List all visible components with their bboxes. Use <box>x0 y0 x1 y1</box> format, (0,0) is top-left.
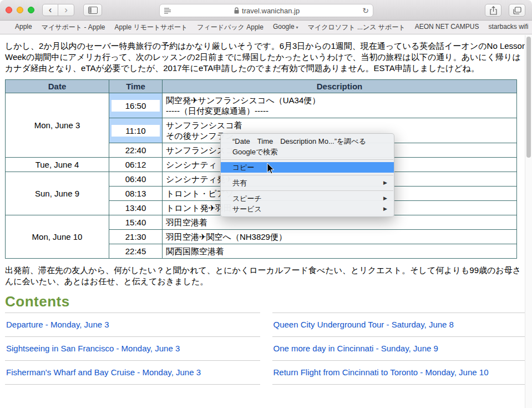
sidebar-icon <box>88 7 98 14</box>
menu-separator <box>221 159 393 160</box>
outro-paragraph: 出発前、滞在先の友人から、何がしたい？と聞かれて、とにかくローカルフード食べたい… <box>5 265 527 287</box>
bookmark-item[interactable]: Apple <box>15 23 32 32</box>
toc-right-column: Queen City Underground Tour - Saturday, … <box>272 313 528 385</box>
safari-window: ‹ › travel.wanichan.jp ↻ Appleマイサポート - A… <box>0 0 532 408</box>
forward-button[interactable]: › <box>58 4 74 16</box>
time-value: 11:10 <box>112 125 160 137</box>
contents-heading: Contents <box>5 296 527 307</box>
intro-paragraph: しかし、2か月以内のセーバー特典旅行の予約はかなり厳しいそうです。6月3日からの… <box>5 41 527 74</box>
time-cell: 16:50 <box>109 93 163 118</box>
bookmark-item[interactable]: Apple リモートサポート <box>114 23 188 32</box>
date-cell: Tue, June 4 <box>6 158 109 172</box>
tab-overview-button[interactable] <box>509 4 525 17</box>
toc-link[interactable]: Queen City Underground Tour - Saturday, … <box>272 313 528 337</box>
lock-icon <box>234 7 239 14</box>
submenu-arrow-icon: ▶ <box>383 193 387 204</box>
url-text: travel.wanichan.jp <box>242 7 300 15</box>
menu-item[interactable]: Googleで検索 <box>221 147 394 157</box>
refresh-icon[interactable]: ↻ <box>362 6 369 15</box>
bookmark-item[interactable]: starbacks wifi <box>488 23 528 32</box>
table-of-contents: Departure - Monday, June 3Sightseeing in… <box>5 313 527 385</box>
context-menu: “Date Time Description Mo...”を調べるGoogleで… <box>220 133 394 217</box>
toc-link[interactable]: Sightseeing in San Francisco - Monday, J… <box>5 337 260 361</box>
scrollbar-thumb[interactable] <box>526 37 531 158</box>
description-cell: 関空発✈サンフランシスコへ（UA34便）-----（日付変更線通過）----- <box>163 93 517 118</box>
bookmark-item[interactable]: Google▾ <box>273 23 298 32</box>
time-cell: 22:45 <box>109 244 163 259</box>
menu-separator <box>221 190 393 191</box>
date-cell: Sun, June 9 <box>6 172 109 215</box>
bookmarks-bar: Appleマイサポート - AppleApple リモートサポートフィードバック… <box>0 21 532 34</box>
bookmark-item[interactable]: フィードバック Apple <box>197 23 264 32</box>
window-controls <box>6 7 34 13</box>
bookmark-items: Appleマイサポート - AppleApple リモートサポートフィードバック… <box>15 23 529 32</box>
menu-item-label: スピーチ <box>232 193 262 204</box>
reader-icon[interactable] <box>164 7 171 14</box>
column-header: Description <box>163 80 517 93</box>
time-cell: 13:40 <box>109 201 163 215</box>
vertical-scrollbar[interactable] <box>525 35 532 408</box>
tabs-icon <box>513 7 521 14</box>
bookmark-item[interactable]: マイサポート - Apple <box>42 23 105 32</box>
minimize-window-button[interactable] <box>17 7 23 13</box>
share-icon <box>490 6 497 15</box>
menu-item[interactable]: コピー <box>221 162 394 173</box>
zoom-window-button[interactable] <box>28 7 34 13</box>
address-bar[interactable]: travel.wanichan.jp ↻ <box>159 4 373 17</box>
menu-item-label: 共有 <box>232 178 247 188</box>
sidebar-toggle-button[interactable] <box>83 4 102 16</box>
description-cell: 羽田空港着 <box>163 215 517 230</box>
column-header: Date <box>6 80 109 93</box>
time-cell: 06:40 <box>109 172 163 187</box>
page-content: しかし、2か月以内のセーバー特典旅行の予約はかなり厳しいそうです。6月3日からの… <box>0 35 532 408</box>
toc-left-column: Departure - Monday, June 3Sightseeing in… <box>5 313 260 385</box>
toc-link[interactable]: Fisherman's Wharf and Bay Cruise - Monda… <box>5 361 260 385</box>
toc-link[interactable]: One more day in Cincinnati - Sunday, Jun… <box>272 337 528 361</box>
time-cell: 06:12 <box>109 158 163 172</box>
title-bar: ‹ › travel.wanichan.jp ↻ <box>0 0 532 21</box>
itinerary-row: Mon, June 1015:40羽田空港着 <box>6 215 517 230</box>
menu-item[interactable]: スピーチ▶ <box>221 193 394 204</box>
submenu-arrow-icon: ▶ <box>383 178 387 188</box>
mouse-cursor <box>267 163 275 174</box>
bookmark-item[interactable]: マイクロソフト ...ンス サポート <box>308 23 406 32</box>
menu-item-label: コピー <box>232 162 255 173</box>
navigation-buttons: ‹ › <box>42 4 74 16</box>
toc-link[interactable]: Departure - Monday, June 3 <box>5 313 260 337</box>
menu-separator <box>221 175 393 175</box>
time-cell: 15:40 <box>109 215 163 230</box>
table-header-row: DateTimeDescription <box>6 80 517 93</box>
date-cell: Mon, June 10 <box>6 215 109 259</box>
bookmark-item[interactable]: AEON NET CAMPUS <box>415 23 479 32</box>
share-button[interactable] <box>485 4 501 17</box>
close-window-button[interactable] <box>6 7 12 13</box>
menu-item[interactable]: サービス▶ <box>221 204 394 214</box>
chevron-down-icon: ▾ <box>296 25 298 30</box>
back-button[interactable]: ‹ <box>42 4 58 16</box>
description-cell: 関西国際空港着 <box>163 244 517 259</box>
time-value: 16:50 <box>112 100 160 112</box>
time-cell: 21:30 <box>109 230 163 244</box>
time-cell: 22:40 <box>109 143 163 158</box>
menu-item-label: Googleで検索 <box>232 147 277 157</box>
menu-item[interactable]: “Date Time Description Mo...”を調べる <box>221 136 394 147</box>
toolbar-right <box>485 4 525 17</box>
menu-item-label: “Date Time Description Mo...”を調べる <box>232 136 366 147</box>
description-cell: 羽田空港✈関空へ（NH3829便） <box>163 230 517 244</box>
date-cell: Mon, June 3 <box>6 93 109 158</box>
submenu-arrow-icon: ▶ <box>383 204 387 214</box>
menu-item-label: サービス <box>232 204 262 214</box>
column-header: Time <box>109 80 163 93</box>
url-display: travel.wanichan.jp <box>171 7 362 15</box>
menu-item[interactable]: 共有▶ <box>221 178 394 188</box>
time-cell: 11:10 <box>109 118 163 143</box>
itinerary-row: Mon, June 316:50関空発✈サンフランシスコへ（UA34便）----… <box>6 93 517 118</box>
toc-link[interactable]: Return Flight from Cincinnati to Toronto… <box>272 361 528 385</box>
time-cell: 08:13 <box>109 187 163 201</box>
